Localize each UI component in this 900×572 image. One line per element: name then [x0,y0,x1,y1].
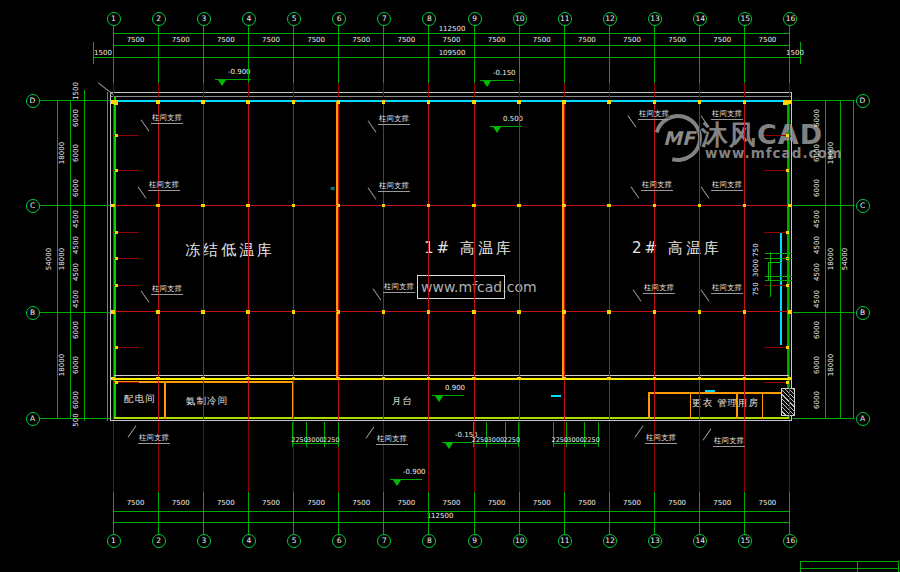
dim-vertical: 6000 [813,353,823,377]
dim-vertical: 4500 [72,287,82,311]
wall-stub-node-right [786,134,789,137]
elevation-value: -0.900 [403,468,426,476]
door-mark-platform-1 [551,395,561,397]
column-node [246,100,250,104]
dim-vertical: 6000 [72,318,82,342]
wall-stub-node-right [786,346,789,349]
row-line-right [793,312,855,313]
axis-bubble-bottom: 4 [242,534,256,548]
axis-line-top [158,25,159,83]
column-node [337,100,341,104]
dim-vertical: 4500 [72,207,82,231]
mf-logo-text: MF [663,127,695,149]
column-stub-bottom [744,421,745,492]
axis-line-top [474,25,475,83]
bracing-leader [138,186,147,198]
dim-bay-top: 7500 [700,36,744,44]
column-node [292,377,296,381]
wall-stub-left [114,258,139,259]
column-line [383,101,384,420]
bracing-label: 柱间支撑 [711,180,743,191]
dim-bay-top: 7500 [204,36,248,44]
column-stub-bottom [654,421,655,492]
bracing-label: 柱间支撑 [711,109,743,120]
column-stub-bottom [383,421,384,492]
bracing-leader [141,290,150,302]
column-node [743,204,747,208]
column-node [156,310,160,314]
column-node [607,204,611,208]
wall-top-inner [110,96,792,97]
dim-bay-bottom: 7500 [565,499,609,507]
bracing-label: 柱间支撑 [151,113,183,124]
dim-door-width: 2250 [321,436,341,444]
wall-stub-left [114,135,139,136]
bracing-leader [373,288,382,300]
bracing-label: 柱间支撑 [641,180,673,191]
dim-bay-bottom: 7500 [520,499,564,507]
column-node [788,310,792,314]
column-stub-bottom [428,421,429,492]
column-node [562,100,566,104]
bracing-label: 柱间支撑 [148,180,180,191]
axis-bubble-top: 10 [513,12,527,26]
stair-hatch [781,388,795,416]
column-node [427,377,431,381]
axis-bubble-bottom: 16 [783,534,797,548]
row-bubble-right: C [856,199,870,213]
wall-top-insulation [117,100,785,102]
dim-vertical: 18000 [58,353,68,377]
bracing-label: 柱间支撑 [383,282,415,293]
dim-bay-bottom: 7500 [159,499,203,507]
column-node [517,310,521,314]
title-block-row-line [801,568,898,569]
bracing-leader [703,428,712,440]
wall-right-insulation [780,233,782,345]
column-node [111,204,115,208]
bracing-label: 柱间支撑 [151,284,183,295]
column-node [201,377,205,381]
dim-total-bottom: 112500 [418,512,462,520]
bracing-leader [701,289,710,301]
dim-bay-top: 7500 [520,36,564,44]
dim-vertical: 54000 [841,247,851,271]
hall-bottom-wall [113,378,790,380]
column-node [472,100,476,104]
row-line-right [793,205,855,206]
axis-line-top [654,25,655,83]
row-bubble-right: D [856,94,870,108]
dim-bay-top: 7500 [745,36,789,44]
column-line [338,101,339,420]
column-node [517,204,521,208]
axis-bubble-bottom: 9 [468,534,482,548]
dim-rail-bottom-2 [113,522,790,523]
column-stub-bottom [789,421,790,492]
axis-line-top [428,25,429,83]
axis-bubble-top: 8 [422,12,436,26]
axis-line-top [338,25,339,83]
axis-line-top [564,25,565,83]
locker-wall-1 [648,392,650,419]
column-node [698,204,702,208]
bracing-label: 柱间支撑 [138,433,170,444]
elevation-triangle-icon [483,81,491,87]
bracing-label: 柱间支撑 [378,181,410,192]
wall-stub-node-right [786,381,789,384]
dim-vertical: 18000 [58,141,68,165]
bracing-leader [128,425,137,437]
column-node [292,204,296,208]
dim-bay-bottom: 7500 [700,499,744,507]
watermark-logo: MF [654,114,700,160]
dim-bay-bottom: 7500 [475,499,519,507]
column-line [428,101,429,420]
door-dim-tick [765,276,792,277]
row-bubble-left: D [26,94,40,108]
dim-vertical: 6000 [813,388,823,412]
dim-vertical: 6000 [72,176,82,200]
dim-vertical: 18000 [827,247,837,271]
row-line-left [39,205,111,206]
column-line [248,101,249,420]
wall-stub-node-left [115,346,118,349]
column-node [246,377,250,381]
column-node [562,204,566,208]
